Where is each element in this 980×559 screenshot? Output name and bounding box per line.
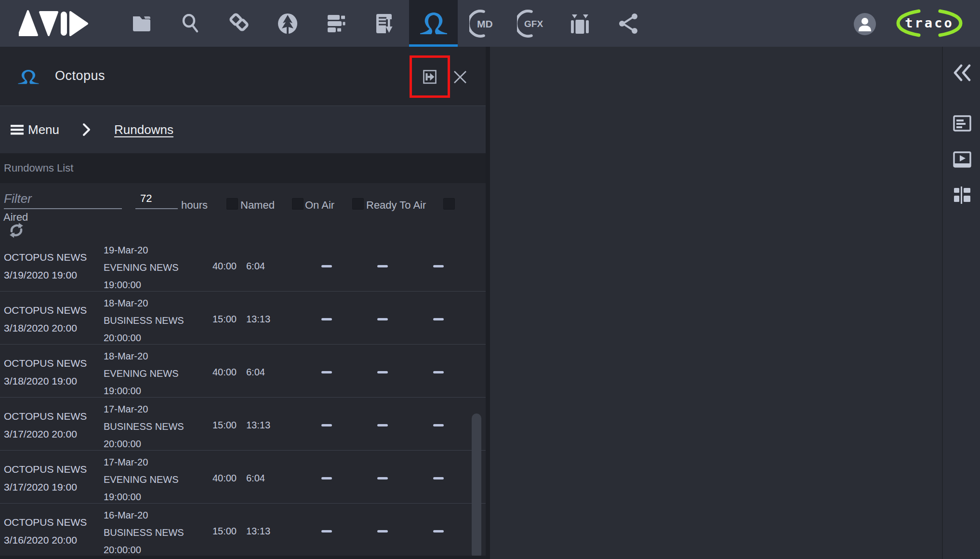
rundown-name: OCTOPUS NEWS [4,252,100,263]
avid-logo [19,10,89,39]
panel-header: Octopus [0,47,486,106]
double-chevron-left-icon [953,64,972,81]
rundown-actual-duration: 13:13 [238,504,273,556]
rundown-show-cell: 17-Mar-20BUSINESS NEWS20:00:00 [100,398,207,453]
rundown-name-cell: OCTOPUS NEWS3/18/2020 20:00 [4,292,100,346]
nav-md[interactable]: MD [458,0,506,47]
checkbox-aired[interactable] [443,198,455,210]
nav-systems[interactable] [312,0,360,47]
empty-value-dash [377,530,388,532]
rundown-show-cell: 16-Mar-20BUSINESS NEWS20:00:00 [100,504,207,556]
nav-search[interactable] [166,0,214,47]
panel-title: Octopus [55,68,105,83]
empty-value-dash [321,371,332,373]
nav-media-tree[interactable] [263,0,312,47]
octopus-panel: Octopus [0,47,486,559]
octopus-panel-icon [17,70,40,84]
panel-divider[interactable] [486,47,490,559]
filter-input[interactable] [4,189,122,209]
nav-gfx[interactable]: GFX [506,0,555,47]
systems-icon [327,14,346,33]
empty-value-dash [377,265,388,267]
rundown-show: EVENING NEWS [104,259,207,276]
vertical-scrollbar-thumb[interactable] [472,413,481,559]
spacer [273,504,299,556]
rundown-date: 18-Mar-20 [104,347,207,365]
layout-icon [953,186,971,204]
rundown-planned-duration: 15:00 [207,292,238,346]
story-form-panel-button[interactable] [943,115,980,132]
empty-value-dash [433,424,444,426]
user-avatar-button[interactable] [854,13,876,35]
undock-button[interactable] [423,70,437,84]
empty-value-cell [411,292,466,346]
layout-panel-button[interactable] [943,186,980,204]
empty-value-dash [321,477,332,479]
nav-share[interactable] [604,0,652,47]
empty-value-dash [321,265,332,267]
svg-text:traco: traco [905,15,954,30]
nav-folder[interactable] [117,0,166,47]
spacer [273,398,299,453]
svg-text:MD: MD [477,18,493,29]
table-row[interactable]: OCTOPUS NEWS3/18/2020 20:0018-Mar-20BUSI… [0,292,486,345]
rundown-date: 19-Mar-20 [104,242,207,259]
nav-multicam[interactable] [555,0,604,47]
empty-value-cell [411,345,466,399]
right-sidebar [942,47,980,559]
rundown-start: 3/16/2020 20:00 [4,534,100,546]
rundown-name: OCTOPUS NEWS [4,305,100,316]
traco-logo: traco [893,8,966,40]
close-icon [453,70,467,84]
empty-value-cell [299,345,355,399]
table-row[interactable]: OCTOPUS NEWS3/16/2020 20:0016-Mar-20BUSI… [0,504,486,556]
empty-value-cell [411,504,466,556]
menu-label: Menu [28,122,59,137]
rundown-name: OCTOPUS NEWS [4,517,100,528]
refresh-button[interactable] [8,222,25,239]
chevron-right-icon [82,123,91,136]
nav-interplay[interactable] [214,0,263,47]
octopus-omega-icon [419,13,448,35]
rundown-name-cell: OCTOPUS NEWS3/17/2020 20:00 [4,398,100,453]
rundown-show: EVENING NEWS [104,471,207,488]
rundown-actual-duration: 6:04 [238,345,273,399]
rundown-name-cell: OCTOPUS NEWS3/18/2020 19:00 [4,345,100,399]
table-row[interactable]: OCTOPUS NEWS3/17/2020 20:0017-Mar-20BUSI… [0,398,486,451]
rundowns-table: OCTOPUS NEWS3/19/2020 19:0019-Mar-20EVEN… [0,242,486,556]
rundown-show: BUSINESS NEWS [104,418,207,435]
table-row[interactable]: OCTOPUS NEWS3/18/2020 19:0018-Mar-20EVEN… [0,345,486,398]
horizontal-scrollbar-track[interactable] [0,556,486,559]
breadcrumb-rundowns-link[interactable]: Rundowns [114,122,173,137]
nav-octopus-active-tab[interactable] [409,0,458,47]
rundown-start: 3/18/2020 20:00 [4,322,100,334]
nav-script-export[interactable] [360,0,409,47]
multicam-icon [568,13,591,34]
checkbox-named[interactable] [226,198,238,210]
collapse-sidebar-button[interactable] [943,64,980,81]
checkbox-on-air[interactable] [292,198,304,210]
hours-input[interactable] [135,189,178,209]
table-row[interactable]: OCTOPUS NEWS3/19/2020 19:0019-Mar-20EVEN… [0,242,486,292]
rundown-planned-duration: 40:00 [207,242,238,293]
table-row[interactable]: OCTOPUS NEWS3/17/2020 19:0017-Mar-20EVEN… [0,451,486,504]
empty-value-dash [433,530,444,532]
close-panel-button[interactable] [453,70,467,84]
player-panel-button[interactable] [943,151,980,168]
empty-value-dash [377,318,388,320]
rundown-name: OCTOPUS NEWS [4,464,100,475]
rundown-start: 3/17/2020 19:00 [4,481,100,493]
top-nav-bar: MD GFX [0,0,980,47]
spacer [273,451,299,506]
story-form-icon [953,115,971,132]
rundown-actual-duration: 13:13 [238,398,273,453]
rundown-time: 19:00:00 [104,276,207,293]
spacer [273,242,299,293]
checkbox-ready-to-air[interactable] [352,198,364,210]
menu-button[interactable]: Menu [11,122,59,137]
checkbox-named-label: Named [240,199,275,212]
rundown-date: 17-Mar-20 [104,453,207,471]
filter-bar: hours Named On Air Ready To Air Aired [0,183,486,242]
svg-text:GFX: GFX [524,19,543,29]
rundown-name-cell: OCTOPUS NEWS3/17/2020 19:00 [4,451,100,506]
